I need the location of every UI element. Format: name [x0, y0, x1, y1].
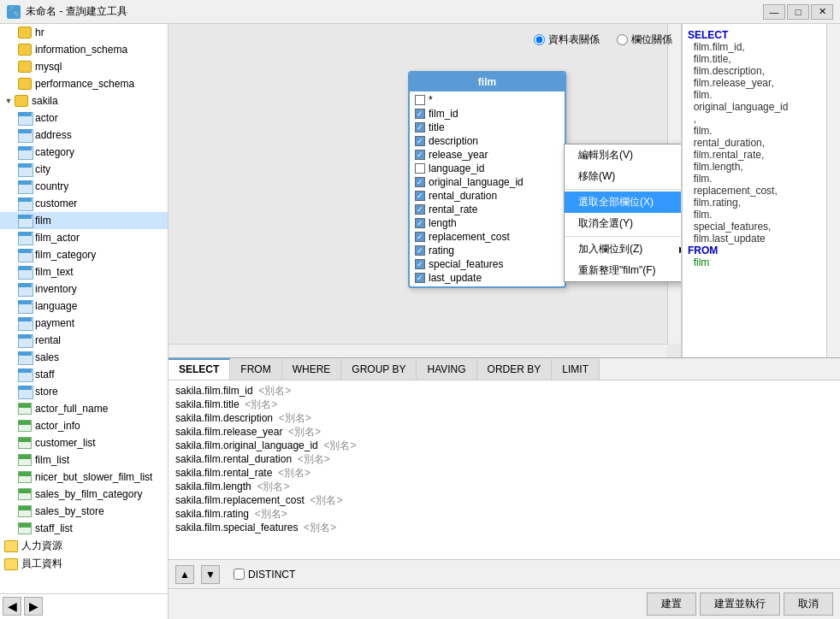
checkbox-original_language_id[interactable]: [415, 177, 425, 187]
checkbox-rental_rate[interactable]: [415, 204, 425, 215]
checkbox-star[interactable]: [415, 95, 425, 105]
checkbox-last_update[interactable]: [415, 273, 425, 283]
sidebar-item-film_list[interactable]: film_list: [0, 451, 168, 469]
sidebar-item-staff[interactable]: staff: [0, 366, 168, 383]
checkbox-rating[interactable]: [415, 245, 425, 256]
sidebar-item-actor_full_name[interactable]: actor_full_name: [0, 400, 168, 417]
sidebar-item-country[interactable]: country: [0, 178, 168, 195]
sidebar-item-film[interactable]: film: [0, 212, 168, 229]
bottom-toolbar: ▲ ▼ DISTINCT: [169, 559, 840, 588]
sidebar-item-film_text[interactable]: film_text: [0, 263, 168, 280]
app-icon: 🔧: [7, 5, 21, 19]
sidebar-item-hr[interactable]: hr: [0, 24, 168, 41]
film-table-box[interactable]: film * film_id title: [408, 71, 566, 288]
up-arrow-button[interactable]: ▲: [175, 565, 194, 584]
sidebar-item-employee-data[interactable]: 員工資料: [0, 555, 168, 573]
sidebar-item-sales_by_film[interactable]: sales_by_film_category: [0, 486, 168, 503]
sidebar-item-rental[interactable]: rental: [0, 332, 168, 349]
sidebar-item-city[interactable]: city: [0, 161, 168, 178]
field-row-language_id[interactable]: language_id: [410, 162, 565, 175]
field-row-rating[interactable]: rating: [410, 244, 565, 257]
maximize-button[interactable]: □: [787, 4, 809, 20]
sidebar-item-human-resources[interactable]: 人力資源: [0, 537, 168, 555]
sidebar-item-film_actor[interactable]: film_actor: [0, 229, 168, 246]
down-arrow-button[interactable]: ▼: [201, 565, 220, 584]
sidebar-scroll-area[interactable]: hr information_schema mysql performance_…: [0, 24, 168, 593]
sidebar-item-information_schema[interactable]: information_schema: [0, 41, 168, 58]
ctx-reorganize[interactable]: 重新整理"film"(F): [565, 260, 682, 281]
field-row-description[interactable]: description: [410, 134, 565, 148]
sql-line-8: sakila.film.length <別名>: [175, 480, 833, 493]
tab-group-by[interactable]: GROUP BY: [341, 358, 417, 380]
sql-output[interactable]: sakila.film.film_id <別名> sakila.film.tit…: [169, 380, 840, 559]
build-button[interactable]: 建置: [647, 592, 696, 616]
sidebar-item-language[interactable]: language: [0, 298, 168, 315]
sql-panel: SELECT film.film_id, film.title, film.de…: [682, 24, 840, 357]
field-row-original_language_id[interactable]: original_language_id: [410, 175, 565, 189]
tab-order-by[interactable]: ORDER BY: [477, 358, 553, 380]
sidebar-item-payment[interactable]: payment: [0, 315, 168, 332]
build-and-run-button[interactable]: 建置並執行: [700, 592, 780, 616]
sidebar-item-customer[interactable]: customer: [0, 195, 168, 212]
sidebar-item-sales[interactable]: sales: [0, 349, 168, 366]
sidebar-item-actor[interactable]: actor: [0, 109, 168, 127]
action-buttons: 建置 建置並執行 取消: [169, 588, 840, 619]
sidebar-item-actor_info[interactable]: actor_info: [0, 417, 168, 434]
field-row-title[interactable]: title: [410, 121, 565, 134]
field-row-star[interactable]: *: [410, 93, 565, 107]
sidebar-item-film_category[interactable]: film_category: [0, 246, 168, 263]
sidebar-item-category[interactable]: category: [0, 144, 168, 161]
ctx-add-field[interactable]: 加入欄位到(Z) ▶: [565, 239, 682, 260]
sidebar-item-performance_schema[interactable]: performance_schema: [0, 75, 168, 92]
distinct-check[interactable]: [234, 569, 245, 580]
checkbox-rental_duration[interactable]: [415, 191, 425, 201]
field-row-special_features[interactable]: special_features: [410, 257, 565, 271]
ctx-remove[interactable]: 移除(W): [565, 166, 682, 187]
sidebar-item-sakila[interactable]: ▼ sakila: [0, 92, 168, 109]
canvas-hscroll[interactable]: [169, 344, 667, 357]
radio-table-relation[interactable]: 資料表關係: [534, 32, 600, 47]
tab-select[interactable]: SELECT: [169, 358, 230, 380]
checkbox-replacement_cost[interactable]: [415, 232, 425, 242]
close-button[interactable]: ✕: [811, 4, 833, 20]
sidebar-item-inventory[interactable]: inventory: [0, 280, 168, 298]
canvas-area[interactable]: 資料表關係 欄位關係 film *: [169, 24, 682, 357]
checkbox-description[interactable]: [415, 136, 425, 146]
minimize-button[interactable]: —: [763, 4, 785, 20]
checkbox-language_id[interactable]: [415, 163, 425, 174]
sidebar-item-store[interactable]: store: [0, 383, 168, 400]
checkbox-film_id[interactable]: [415, 109, 425, 119]
tab-from[interactable]: FROM: [230, 358, 281, 380]
tab-limit[interactable]: LIMIT: [552, 358, 600, 380]
right-panel: 資料表關係 欄位關係 film *: [169, 24, 840, 619]
field-row-rental_rate[interactable]: rental_rate: [410, 203, 565, 216]
sidebar-item-address[interactable]: address: [0, 127, 168, 144]
ctx-rename[interactable]: 編輯別名(V): [565, 144, 682, 166]
ctx-select-all[interactable]: 選取全部欄位(X): [565, 192, 682, 213]
tab-having[interactable]: HAVING: [417, 358, 476, 380]
ctx-deselect-all[interactable]: 取消全選(Y): [565, 213, 682, 234]
cancel-button[interactable]: 取消: [784, 592, 833, 616]
field-row-last_update[interactable]: last_update: [410, 271, 565, 285]
field-row-length[interactable]: length: [410, 216, 565, 230]
checkbox-special_features[interactable]: [415, 259, 425, 269]
checkbox-length[interactable]: [415, 218, 425, 228]
sidebar-left-button[interactable]: ◀: [3, 597, 21, 616]
checkbox-title[interactable]: [415, 122, 425, 133]
field-row-film_id[interactable]: film_id: [410, 107, 565, 121]
field-row-release_year[interactable]: release_year: [410, 148, 565, 162]
sidebar-item-nicer_film[interactable]: nicer_but_slower_film_list: [0, 469, 168, 486]
tab-where[interactable]: WHERE: [282, 358, 342, 380]
checkbox-release_year[interactable]: [415, 150, 425, 160]
sql-line-2: sakila.film.title <別名>: [175, 398, 833, 411]
sidebar-right-button[interactable]: ▶: [24, 597, 43, 616]
sidebar-item-customer_list[interactable]: customer_list: [0, 434, 168, 451]
distinct-checkbox[interactable]: DISTINCT: [234, 569, 295, 581]
field-row-rental_duration[interactable]: rental_duration: [410, 189, 565, 203]
sidebar-item-mysql[interactable]: mysql: [0, 58, 168, 75]
sidebar-item-staff_list[interactable]: staff_list: [0, 520, 168, 537]
field-row-replacement_cost[interactable]: replacement_cost: [410, 230, 565, 244]
radio-field-relation[interactable]: 欄位關係: [617, 32, 672, 47]
sql-vscroll[interactable]: [826, 24, 840, 357]
sidebar-item-sales_by_store[interactable]: sales_by_store: [0, 503, 168, 520]
